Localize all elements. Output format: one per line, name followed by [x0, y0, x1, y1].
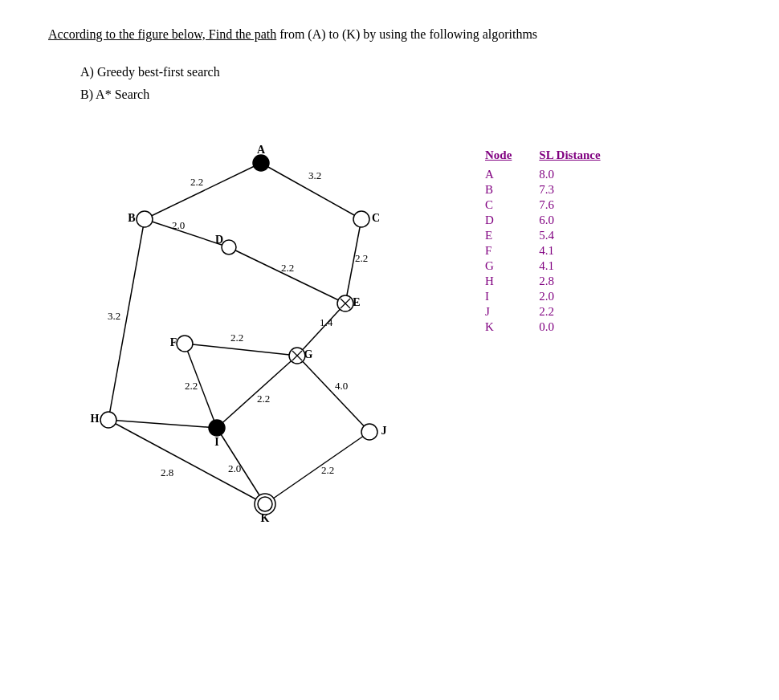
col-node-header: Node: [482, 147, 536, 167]
main-content: 2.2 3.2 2.0 2.2 2.2 3.2 1.4 2.2 2.2 2.2 …: [48, 131, 731, 580]
svg-text:A: A: [257, 144, 266, 156]
svg-point-35: [222, 240, 236, 254]
svg-text:1.4: 1.4: [320, 316, 333, 328]
svg-point-51: [361, 424, 377, 440]
dist-cell: 5.4: [536, 228, 624, 243]
dist-cell: 2.8: [536, 274, 624, 289]
svg-text:4.0: 4.0: [335, 380, 348, 392]
dist-cell: 4.1: [536, 243, 624, 258]
svg-text:3.2: 3.2: [108, 310, 120, 322]
svg-line-10: [297, 356, 369, 432]
table-row: J2.2: [482, 304, 625, 319]
svg-point-33: [353, 211, 369, 227]
svg-text:2.2: 2.2: [321, 464, 334, 476]
svg-line-0: [145, 163, 261, 219]
algorithm-b: B) A* Search: [80, 83, 731, 107]
algorithms-list: A) Greedy best-first search B) A* Search: [80, 61, 731, 108]
node-cell: H: [482, 274, 536, 289]
dist-cell: 7.3: [536, 182, 624, 197]
svg-text:H: H: [91, 413, 100, 425]
algorithm-a: A) Greedy best-first search: [80, 61, 731, 84]
node-cell: G: [482, 258, 536, 274]
dist-cell: 4.1: [536, 258, 624, 274]
svg-text:2.0: 2.0: [172, 219, 185, 231]
svg-text:2.2: 2.2: [355, 252, 368, 264]
table-row: I2.0: [482, 289, 625, 304]
svg-point-47: [100, 412, 116, 428]
svg-text:2.2: 2.2: [190, 176, 203, 188]
table-row: A8.0: [482, 167, 625, 182]
dist-cell: 6.0: [536, 213, 624, 228]
table-row: K0.0: [482, 319, 625, 335]
svg-point-54: [258, 497, 272, 511]
question-underline: According to the figure below, Find the …: [48, 27, 276, 41]
node-cell: D: [482, 213, 536, 228]
dist-cell: 2.2: [536, 304, 624, 319]
node-table-container: Node SL Distance A8.0B7.3C7.6D6.0E5.4F4.…: [482, 147, 625, 335]
svg-text:2.2: 2.2: [185, 380, 198, 392]
table-row: F4.1: [482, 243, 625, 258]
svg-text:2.2: 2.2: [257, 393, 270, 405]
graph-container: 2.2 3.2 2.0 2.2 2.2 3.2 1.4 2.2 2.2 2.2 …: [48, 131, 450, 580]
svg-line-11: [108, 420, 217, 428]
node-cell: C: [482, 197, 536, 213]
node-table: Node SL Distance A8.0B7.3C7.6D6.0E5.4F4.…: [482, 147, 625, 335]
svg-text:K: K: [261, 512, 270, 524]
svg-text:3.2: 3.2: [308, 169, 321, 181]
svg-text:I: I: [214, 436, 218, 448]
node-cell: B: [482, 182, 536, 197]
svg-text:2.8: 2.8: [161, 466, 173, 478]
svg-text:B: B: [128, 212, 135, 224]
svg-point-49: [209, 420, 225, 436]
table-row: E5.4: [482, 228, 625, 243]
dist-cell: 0.0: [536, 319, 624, 335]
graph-svg: 2.2 3.2 2.0 2.2 2.2 3.2 1.4 2.2 2.2 2.2 …: [48, 131, 450, 580]
node-cell: A: [482, 167, 536, 182]
svg-line-9: [217, 356, 297, 428]
svg-text:E: E: [353, 296, 360, 308]
svg-line-14: [265, 432, 369, 504]
dist-cell: 8.0: [536, 167, 624, 182]
node-cell: E: [482, 228, 536, 243]
table-row: D6.0: [482, 213, 625, 228]
svg-point-29: [253, 155, 269, 171]
node-cell: F: [482, 243, 536, 258]
table-row: G4.1: [482, 258, 625, 274]
svg-text:2.2: 2.2: [230, 332, 243, 344]
col-dist-header: SL Distance: [536, 147, 624, 167]
question-intro: According to the figure below, Find the …: [48, 24, 731, 45]
svg-text:C: C: [372, 212, 380, 224]
svg-line-8: [185, 344, 297, 356]
svg-text:2.2: 2.2: [281, 262, 294, 274]
dist-cell: 7.6: [536, 197, 624, 213]
node-cell: I: [482, 289, 536, 304]
svg-text:F: F: [170, 336, 177, 348]
question-rest: from (A) to (K) by using the following a…: [276, 27, 537, 41]
dist-cell: 2.0: [536, 289, 624, 304]
table-row: B7.3: [482, 182, 625, 197]
svg-point-31: [137, 211, 153, 227]
svg-line-4: [229, 247, 345, 303]
svg-line-12: [108, 420, 265, 504]
svg-text:2.0: 2.0: [228, 462, 241, 474]
svg-text:G: G: [304, 348, 313, 360]
table-row: C7.6: [482, 197, 625, 213]
node-cell: J: [482, 304, 536, 319]
svg-text:D: D: [215, 234, 223, 246]
svg-point-41: [177, 336, 193, 352]
svg-text:J: J: [381, 425, 387, 437]
table-row: H2.8: [482, 274, 625, 289]
node-cell: K: [482, 319, 536, 335]
